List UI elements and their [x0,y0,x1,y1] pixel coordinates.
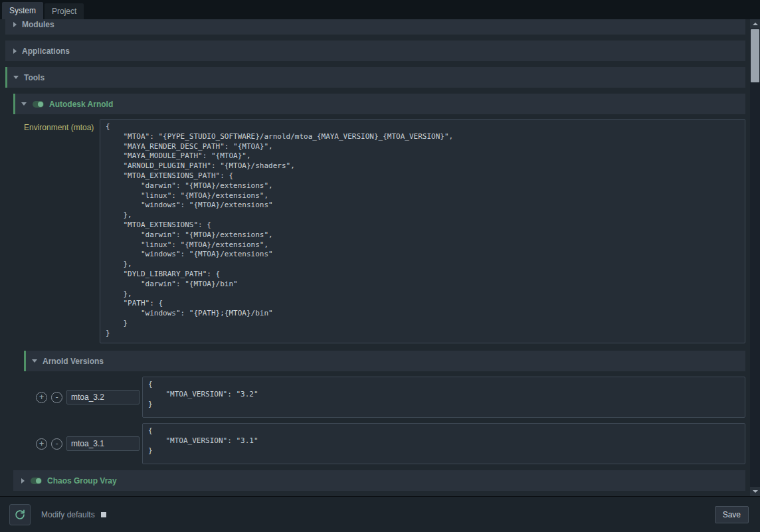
add-version-button[interactable]: + [36,392,47,403]
scroll-down-button[interactable] [750,487,760,496]
chevron-right-icon [21,478,25,484]
section-title: Modules [22,20,54,29]
section-header-applications[interactable]: Applications [5,41,745,61]
environment-label: Environment (mtoa) [24,119,97,132]
settings-panel: Modules Applications Tools Autodesk Arno… [0,19,760,496]
remove-version-button[interactable]: - [51,392,62,403]
tab-bar: System Project [0,0,760,19]
section-header-modules[interactable]: Modules [5,19,745,35]
tab-system[interactable]: System [2,2,43,19]
chevron-down-icon [32,359,37,363]
section-title: Tools [24,73,45,82]
vertical-scrollbar[interactable] [750,19,760,496]
version-row: + - { "MTOA_VERSION": "3.1" } [13,423,745,464]
footer-bar: Modify defaults Save [0,496,760,532]
chevron-right-icon [13,48,17,54]
enabled-toggle-icon[interactable] [31,478,42,484]
section-title: Autodesk Arnold [49,100,113,109]
version-json-textarea[interactable]: { "MTOA_VERSION": "3.1" } [142,423,745,464]
section-header-tools[interactable]: Tools [5,67,745,88]
enabled-toggle-icon[interactable] [33,101,44,108]
add-version-button[interactable]: + [36,438,47,450]
tools-section-body: Autodesk Arnold Environment (mtoa) { "MT… [13,94,745,491]
arrow-up-icon [753,23,758,25]
chevron-down-icon [21,102,27,106]
chevron-down-icon [13,76,19,79]
version-row: + - { "MTOA_VERSION": "3.2" } [13,377,745,418]
section-header-autodesk-arnold[interactable]: Autodesk Arnold [13,94,745,114]
modify-defaults-checkbox[interactable] [101,512,106,517]
version-name-input[interactable] [66,436,140,451]
tab-project[interactable]: Project [45,3,84,19]
refresh-button[interactable] [9,504,31,525]
refresh-icon [14,509,26,521]
section-header-arnold-versions[interactable]: Arnold Versions [24,351,745,371]
modify-defaults-label: Modify defaults [41,510,95,519]
environment-json-textarea[interactable]: { "MTOA": "{PYPE_STUDIO_SOFTWARE}/arnold… [100,119,745,343]
version-json-textarea[interactable]: { "MTOA_VERSION": "3.2" } [142,377,745,418]
section-title: Arnold Versions [43,357,104,366]
save-button[interactable]: Save [715,506,749,523]
scrollbar-thumb[interactable] [751,29,759,82]
section-header-chaos-group-vray[interactable]: Chaos Group Vray [13,470,745,491]
arrow-down-icon [753,490,758,493]
section-title: Applications [22,46,70,56]
chevron-right-icon [13,22,17,27]
scroll-up-button[interactable] [750,19,760,29]
environment-field-row: Environment (mtoa) { "MTOA": "{PYPE_STUD… [13,119,745,343]
section-title: Chaos Group Vray [47,476,117,486]
remove-version-button[interactable]: - [51,438,62,450]
version-name-input[interactable] [66,390,140,404]
